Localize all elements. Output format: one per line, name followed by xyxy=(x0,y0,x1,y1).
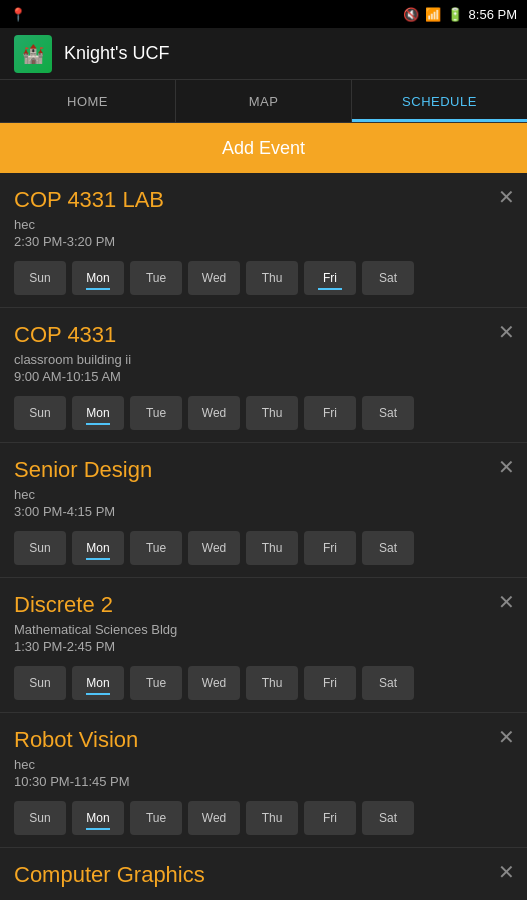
day-tue-cop4331[interactable]: Tue xyxy=(130,396,182,430)
battery-icon: 🔋 xyxy=(447,7,463,22)
course-location-cop4331lab: hec xyxy=(14,217,513,232)
days-row-cop4331: Sun Mon Tue Wed Thu Fri Sat xyxy=(14,396,513,430)
app-icon: 🏰 xyxy=(14,35,52,73)
day-tue-cop4331lab[interactable]: Tue xyxy=(130,261,182,295)
day-fri-cop4331[interactable]: Fri xyxy=(304,396,356,430)
day-wed-robotvision[interactable]: Wed xyxy=(188,801,240,835)
course-name-cop4331: COP 4331 xyxy=(14,322,513,348)
day-mon-seniordesign[interactable]: Mon xyxy=(72,531,124,565)
tab-home[interactable]: HOME xyxy=(0,80,176,122)
day-mon-cop4331lab[interactable]: Mon xyxy=(72,261,124,295)
app-icon-image: 🏰 xyxy=(22,43,44,65)
app-title: Knight's UCF xyxy=(64,43,169,64)
course-location-robotvision: hec xyxy=(14,757,513,772)
tab-schedule[interactable]: SCHEDULE xyxy=(352,80,527,122)
day-sat-cop4331[interactable]: Sat xyxy=(362,396,414,430)
course-name-robotvision: Robot Vision xyxy=(14,727,513,753)
day-sat-discrete2[interactable]: Sat xyxy=(362,666,414,700)
status-bar: 📍 🔇 📶 🔋 8:56 PM xyxy=(0,0,527,28)
day-fri-seniordesign[interactable]: Fri xyxy=(304,531,356,565)
status-right: 🔇 📶 🔋 8:56 PM xyxy=(403,7,517,22)
course-card-robotvision: ✕ Robot Vision hec 10:30 PM-11:45 PM Sun… xyxy=(0,713,527,848)
status-left: 📍 xyxy=(10,7,26,22)
location-icon: 📍 xyxy=(10,7,26,22)
days-row-discrete2: Sun Mon Tue Wed Thu Fri Sat xyxy=(14,666,513,700)
day-sat-robotvision[interactable]: Sat xyxy=(362,801,414,835)
course-name-cop4331lab: COP 4331 LAB xyxy=(14,187,513,213)
day-thu-cop4331lab[interactable]: Thu xyxy=(246,261,298,295)
course-card-seniordesign: ✕ Senior Design hec 3:00 PM-4:15 PM Sun … xyxy=(0,443,527,578)
day-thu-cop4331[interactable]: Thu xyxy=(246,396,298,430)
add-event-button[interactable]: Add Event xyxy=(0,123,527,173)
day-sat-seniordesign[interactable]: Sat xyxy=(362,531,414,565)
course-card-discrete2: ✕ Discrete 2 Mathematical Sciences Bldg … xyxy=(0,578,527,713)
close-button-cop4331lab[interactable]: ✕ xyxy=(498,187,515,207)
close-button-discrete2[interactable]: ✕ xyxy=(498,592,515,612)
signal-icon: 📶 xyxy=(425,7,441,22)
course-name-seniordesign: Senior Design xyxy=(14,457,513,483)
day-wed-cop4331lab[interactable]: Wed xyxy=(188,261,240,295)
days-row-robotvision: Sun Mon Tue Wed Thu Fri Sat xyxy=(14,801,513,835)
day-sun-cop4331lab[interactable]: Sun xyxy=(14,261,66,295)
day-sun-seniordesign[interactable]: Sun xyxy=(14,531,66,565)
day-mon-cop4331[interactable]: Mon xyxy=(72,396,124,430)
day-fri-robotvision[interactable]: Fri xyxy=(304,801,356,835)
day-tue-seniordesign[interactable]: Tue xyxy=(130,531,182,565)
course-name-discrete2: Discrete 2 xyxy=(14,592,513,618)
course-time-cop4331: 9:00 AM-10:15 AM xyxy=(14,369,513,384)
day-fri-cop4331lab[interactable]: Fri xyxy=(304,261,356,295)
day-tue-discrete2[interactable]: Tue xyxy=(130,666,182,700)
close-button-computergraphics[interactable]: ✕ xyxy=(498,862,515,882)
day-sat-cop4331lab[interactable]: Sat xyxy=(362,261,414,295)
course-time-discrete2: 1:30 PM-2:45 PM xyxy=(14,639,513,654)
course-card-computergraphics: ✕ Computer Graphics xyxy=(0,848,527,900)
course-time-seniordesign: 3:00 PM-4:15 PM xyxy=(14,504,513,519)
course-card-cop4331: ✕ COP 4331 classroom building ii 9:00 AM… xyxy=(0,308,527,443)
day-mon-robotvision[interactable]: Mon xyxy=(72,801,124,835)
schedule-list: ✕ COP 4331 LAB hec 2:30 PM-3:20 PM Sun M… xyxy=(0,173,527,900)
day-thu-robotvision[interactable]: Thu xyxy=(246,801,298,835)
title-bar: 🏰 Knight's UCF xyxy=(0,28,527,80)
day-fri-discrete2[interactable]: Fri xyxy=(304,666,356,700)
course-location-cop4331: classroom building ii xyxy=(14,352,513,367)
course-card-cop4331lab: ✕ COP 4331 LAB hec 2:30 PM-3:20 PM Sun M… xyxy=(0,173,527,308)
day-wed-discrete2[interactable]: Wed xyxy=(188,666,240,700)
course-name-computergraphics: Computer Graphics xyxy=(14,862,513,888)
day-mon-discrete2[interactable]: Mon xyxy=(72,666,124,700)
close-button-cop4331[interactable]: ✕ xyxy=(498,322,515,342)
close-button-robotvision[interactable]: ✕ xyxy=(498,727,515,747)
day-tue-robotvision[interactable]: Tue xyxy=(130,801,182,835)
day-wed-seniordesign[interactable]: Wed xyxy=(188,531,240,565)
status-time: 8:56 PM xyxy=(469,7,517,22)
day-thu-seniordesign[interactable]: Thu xyxy=(246,531,298,565)
day-thu-discrete2[interactable]: Thu xyxy=(246,666,298,700)
tab-map[interactable]: MAP xyxy=(176,80,352,122)
day-sun-discrete2[interactable]: Sun xyxy=(14,666,66,700)
course-time-robotvision: 10:30 PM-11:45 PM xyxy=(14,774,513,789)
day-wed-cop4331[interactable]: Wed xyxy=(188,396,240,430)
course-time-cop4331lab: 2:30 PM-3:20 PM xyxy=(14,234,513,249)
nav-tabs: HOME MAP SCHEDULE xyxy=(0,80,527,123)
day-sun-cop4331[interactable]: Sun xyxy=(14,396,66,430)
day-sun-robotvision[interactable]: Sun xyxy=(14,801,66,835)
course-location-discrete2: Mathematical Sciences Bldg xyxy=(14,622,513,637)
days-row-cop4331lab: Sun Mon Tue Wed Thu Fri Sat xyxy=(14,261,513,295)
close-button-seniordesign[interactable]: ✕ xyxy=(498,457,515,477)
mute-icon: 🔇 xyxy=(403,7,419,22)
course-location-seniordesign: hec xyxy=(14,487,513,502)
days-row-seniordesign: Sun Mon Tue Wed Thu Fri Sat xyxy=(14,531,513,565)
